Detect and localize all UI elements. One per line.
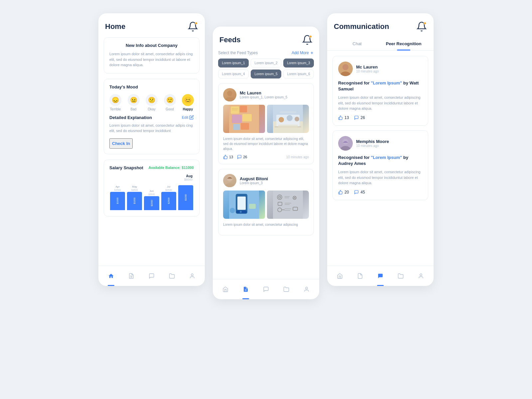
post-1-comment-count: 26	[243, 155, 247, 159]
feed-tags: Lorem ipsum_1 Lorem ipsum_2 Lorem ipsum_…	[218, 59, 314, 78]
nav-document[interactable]	[125, 270, 137, 282]
mood-bad[interactable]: 😐 Bad	[128, 94, 140, 111]
post-1-like[interactable]: 13	[223, 155, 233, 159]
recog-1-comment[interactable]: 26	[354, 115, 365, 120]
post-2-user: August Bitoni Lorem ipsum_3	[223, 174, 309, 187]
recog-2-headline-pre: Recognised for	[338, 155, 371, 160]
feeds-nav-profile[interactable]	[301, 283, 313, 295]
feed-post-1: Mc Lauren Lorem ipsum_1, Lorem ipsum_5	[218, 83, 314, 164]
feeds-nav-home[interactable]	[219, 283, 231, 295]
feeds-nav-chat[interactable]	[260, 283, 272, 295]
recog-2-time: 10 minutes ago	[356, 144, 389, 148]
salary-balance: Available Balance: $11000	[148, 166, 194, 170]
recog-1-highlight: "Lorem Ipsum"	[371, 80, 402, 85]
mood-good[interactable]: 🙂 Good	[164, 94, 176, 111]
recog-2-user-info: Memphis Moore 10 minutes ago	[356, 139, 389, 148]
svg-rect-25	[278, 125, 298, 127]
mood-faces: 😞 Terrible 😐 Bad 😕 Okay 🙂 Good 😊 Happy	[109, 94, 194, 111]
recog-1-comment-count: 26	[360, 115, 365, 120]
comm-nav-document[interactable]	[354, 270, 366, 282]
bad-face: 😐	[128, 94, 140, 106]
post-1-comment[interactable]: 26	[237, 155, 247, 159]
edit-button[interactable]: Edit	[182, 115, 194, 120]
feeds-filter: Select the Feed Types Add More Lorem ips…	[218, 51, 314, 78]
feed-tag-3[interactable]: Lorem ipsum_3	[283, 59, 314, 67]
recog-1-actions: 13 26	[338, 115, 423, 120]
tab-peer-recognition[interactable]: Peer Recognition	[380, 37, 427, 50]
recog-1-headline-pre: Recognised for	[338, 80, 371, 85]
feeds-bottom-nav	[213, 279, 319, 299]
post-2-tags: Lorem ipsum_3	[240, 181, 268, 185]
detail-text: Lorem ipsum dolor sit amet, consectetur …	[109, 123, 194, 134]
recog-2-like[interactable]: 20	[338, 190, 349, 195]
comm-nav-profile[interactable]	[415, 270, 427, 282]
comm-nav-active-indicator	[377, 285, 384, 286]
feed-tag-6[interactable]: Lorem ipsum_6	[283, 69, 314, 78]
recog-1-like[interactable]: 13	[338, 115, 349, 120]
mc-lauren-avatar	[223, 88, 236, 101]
feeds-header: Feeds	[213, 27, 319, 51]
nav-chat[interactable]	[146, 270, 158, 282]
add-more-button[interactable]: Add More	[292, 51, 314, 55]
svg-point-48	[342, 64, 348, 70]
home-bell-icon[interactable]	[188, 21, 198, 32]
recog-2-user: Memphis Moore 10 minutes ago	[338, 136, 423, 151]
post-1-text: Lorem ipsum dolor sit amet, consectetur …	[223, 136, 309, 151]
post-1-user-info: Mc Lauren Lorem ipsum_1, Lorem ipsum_5	[240, 90, 287, 99]
svg-rect-13	[233, 124, 240, 130]
tab-chat-label: Chat	[352, 41, 361, 46]
feeds-nav-document[interactable]	[240, 283, 252, 295]
comm-nav-home[interactable]	[334, 270, 346, 282]
svg-rect-12	[242, 114, 252, 121]
recog-1-headline: Recognised for "Lorem Ipsum" by Watt Sam…	[338, 80, 423, 92]
svg-rect-33	[249, 204, 256, 209]
recog-2-headline: Recognised for "Lorem Ipsum" by Audrey A…	[338, 155, 423, 167]
feeds-filter-title: Select the Feed Types	[218, 51, 258, 55]
feed-tag-1[interactable]: Lorem ipsum_1	[218, 59, 249, 67]
mood-terrible[interactable]: 😞 Terrible	[109, 94, 121, 111]
mc-lauren-recog-avatar	[338, 62, 353, 76]
nav-active-indicator	[108, 285, 114, 286]
mood-okay[interactable]: 😕 Okay	[146, 94, 158, 111]
recog-1-body: Lorem ipsum dolor sit amet, consectetur …	[338, 95, 423, 111]
svg-point-23	[295, 117, 299, 121]
svg-rect-11	[232, 115, 242, 123]
comm-title: Communication	[334, 22, 389, 31]
feed-tag-5[interactable]: Lorem ipsum_5	[251, 69, 281, 78]
aug-value: $6000	[184, 178, 193, 181]
feed-post-2: August Bitoni Lorem ipsum_3	[218, 169, 314, 235]
recog-card-1: Mc Lauren 10 minutes ago Recognised for …	[332, 56, 428, 126]
recognition-list: Mc Lauren 10 minutes ago Recognised for …	[327, 56, 434, 266]
tab-chat[interactable]: Chat	[334, 37, 380, 50]
nav-folder[interactable]	[166, 270, 178, 282]
post-2-text: Lorem ipsum dolor sit amet, consectetur …	[223, 222, 309, 227]
post-1-tags: Lorem ipsum_1, Lorem ipsum_5	[240, 95, 287, 99]
svg-point-44	[306, 287, 308, 289]
feed-tag-2[interactable]: Lorem ipsum_2	[251, 59, 281, 67]
post-2-user-info: August Bitoni Lorem ipsum_3	[240, 176, 268, 185]
nav-profile[interactable]	[186, 270, 198, 282]
memphis-moore-avatar	[338, 136, 353, 151]
feed-tag-4[interactable]: Lorem ipsum_4	[218, 69, 249, 78]
feeds-nav-folder[interactable]	[280, 283, 292, 295]
recog-1-like-count: 13	[344, 115, 349, 120]
comm-bell-icon[interactable]	[416, 21, 427, 32]
recog-2-comment[interactable]: 45	[354, 190, 365, 195]
bell-notification-dot	[195, 22, 198, 25]
feeds-bell-icon[interactable]	[302, 35, 313, 45]
mood-happy[interactable]: 😊 Happy	[182, 94, 194, 111]
checkin-button[interactable]: Check In	[109, 138, 133, 149]
detail-explanation-title: Detailed Explanation	[109, 115, 152, 120]
comm-nav-chat[interactable]	[374, 270, 386, 282]
post-1-time: 10 minutes ago	[286, 155, 309, 159]
recog-1-user: Mc Lauren 10 minutes ago	[338, 62, 423, 76]
comm-nav-folder[interactable]	[395, 270, 407, 282]
good-label: Good	[166, 107, 174, 111]
okay-label: Okay	[148, 107, 155, 111]
salary-card: Salary Snapshot Available Balance: $1100…	[104, 160, 200, 216]
salary-title: Salary Snapshot	[109, 165, 143, 170]
tab-peer-recognition-label: Peer Recognition	[386, 41, 422, 46]
mood-card: Today's Mood 😞 Terrible 😐 Bad 😕 Okay 🙂 G…	[104, 79, 200, 154]
nav-home[interactable]	[105, 270, 117, 282]
feeds-title: Feeds	[219, 36, 241, 44]
